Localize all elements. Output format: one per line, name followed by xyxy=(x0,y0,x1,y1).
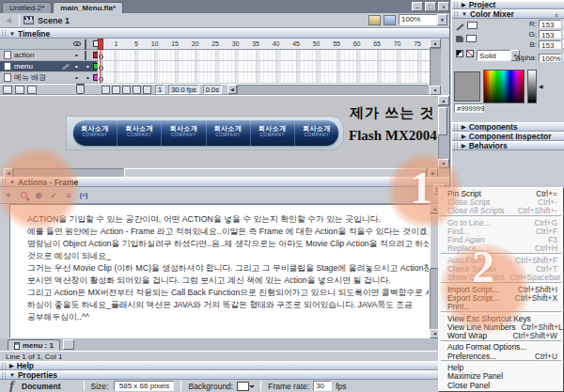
panel-gripper[interactable] xyxy=(454,133,458,140)
timeline-hscroll-track[interactable] xyxy=(237,85,428,94)
b-input[interactable]: 153 xyxy=(539,40,561,49)
script-tab[interactable]: menu : 1 xyxy=(8,339,60,351)
frame-grid[interactable] xyxy=(98,50,430,84)
panel-gripper[interactable] xyxy=(2,363,6,369)
layer-row[interactable]: action• xyxy=(0,50,98,61)
check-syntax-icon[interactable]: ✓ xyxy=(47,189,60,201)
restore-button[interactable]: □ xyxy=(425,2,436,11)
color-picker-gradient[interactable] xyxy=(483,70,525,103)
panel-gripper[interactable] xyxy=(454,2,458,8)
edit-symbols-icon[interactable] xyxy=(384,15,396,25)
help-panel-header[interactable]: ▶ Help xyxy=(0,361,449,370)
scroll-track[interactable] xyxy=(430,48,441,86)
layer-name[interactable]: menu xyxy=(14,62,97,71)
auto-format-icon[interactable]: ≡ xyxy=(62,189,75,201)
panel-gripper[interactable] xyxy=(454,124,458,131)
fill-bucket-icon[interactable] xyxy=(456,36,463,42)
stage-horizontal-scrollbar[interactable]: ◀ ▶ xyxy=(4,168,438,177)
chevron-down-icon[interactable]: ▼ xyxy=(437,14,447,25)
edit-multiple-frames-button[interactable] xyxy=(133,86,141,94)
eye-icon[interactable] xyxy=(73,41,81,46)
scroll-track[interactable] xyxy=(438,105,449,159)
nav-menu-button[interactable]: 회사소개COMPANY xyxy=(251,120,295,146)
layer-lock-dot[interactable]: • xyxy=(86,62,89,71)
fill-color-swatch[interactable] xyxy=(466,35,477,42)
menu-item[interactable]: Close Panel xyxy=(439,381,563,389)
onion-outline-button[interactable] xyxy=(122,86,131,94)
zoom-control[interactable]: 100% ▼ xyxy=(399,14,447,25)
layer-name[interactable]: 메뉴 배경 xyxy=(14,72,97,83)
scroll-left-icon[interactable]: ◀ xyxy=(4,168,13,177)
insert-layer-button[interactable] xyxy=(3,86,12,94)
nav-menu-button[interactable]: 회사소개COMPANY xyxy=(73,120,118,146)
panel-options-menu-icon[interactable]: ≡ xyxy=(552,11,561,19)
pin-script-button[interactable] xyxy=(63,339,74,350)
show-code-hint-icon[interactable]: (≡) xyxy=(77,189,90,201)
menu-item[interactable]: Auto Format Options... xyxy=(439,343,563,352)
scroll-up-icon[interactable]: ▲ xyxy=(438,96,449,105)
insert-target-path-icon[interactable]: ⊕ xyxy=(32,189,45,201)
layer-lock-dot[interactable]: • xyxy=(86,73,89,82)
project-panel-header[interactable]: ▶ Project xyxy=(452,0,564,9)
center-frame-button[interactable] xyxy=(102,86,110,94)
size-button[interactable]: 585 x 66 pixels xyxy=(114,381,174,391)
frame-row[interactable] xyxy=(98,61,430,72)
nav-menu-button[interactable]: 회사소개COMPANY xyxy=(118,120,162,146)
frame-rate-input[interactable]: 30 xyxy=(313,381,332,391)
slider-arrow-icon[interactable]: ◀ xyxy=(539,83,543,89)
layer-visibility-dot[interactable]: • xyxy=(75,73,78,82)
playhead-marker[interactable] xyxy=(98,39,103,50)
menu-item[interactable]: Preferences...Ctrl+U xyxy=(439,352,563,360)
find-icon[interactable] xyxy=(17,189,30,201)
panel-gripper[interactable] xyxy=(2,30,6,37)
insert-folder-button[interactable] xyxy=(27,86,37,94)
stage-vertical-scrollbar[interactable]: ▲ ▼ xyxy=(438,96,449,168)
scroll-thumb[interactable] xyxy=(124,168,427,177)
menu-item[interactable]: Word WrapCtrl+Shift+W xyxy=(439,331,563,339)
edit-scene-icon[interactable] xyxy=(368,15,381,25)
zoom-value[interactable]: 100% xyxy=(399,14,437,25)
background-color-swatch[interactable] xyxy=(237,382,249,391)
properties-panel-header[interactable]: ▼ Properties xyxy=(0,370,449,380)
menu-item[interactable]: View Esc Shortcut Keys xyxy=(439,314,563,322)
add-statement-icon[interactable]: + xyxy=(2,189,15,201)
onion-skin-button[interactable] xyxy=(112,86,120,94)
close-button[interactable]: × xyxy=(438,2,449,11)
menu-item[interactable]: Print... xyxy=(439,303,563,311)
panel-gripper[interactable] xyxy=(454,143,458,149)
menu-item[interactable]: Pin ScriptCtrl+= xyxy=(439,189,563,197)
stage-menu-bar[interactable]: 회사소개COMPANY회사소개COMPANY회사소개COMPANY회사소개COM… xyxy=(73,120,338,146)
panel-gripper[interactable] xyxy=(2,372,6,379)
back-arrow-icon[interactable]: ◀ xyxy=(2,15,15,26)
no-color-icon[interactable] xyxy=(466,50,474,57)
frame-rate-indicator[interactable]: 30.0 fps xyxy=(168,85,199,94)
alpha-input[interactable]: 100% xyxy=(539,54,561,62)
document-tab[interactable]: main_Menu.fla* xyxy=(53,2,123,13)
stroke-pencil-icon[interactable] xyxy=(456,24,463,30)
color-mixer-panel-header[interactable]: ▼ Color Mixer ≡ xyxy=(452,9,564,19)
script-pane[interactable]: ACTION을 기입할 수 있는 공간이며, 어떤 ACTION을 넣을 수 있… xyxy=(9,204,430,338)
minimize-button[interactable]: – xyxy=(412,2,423,11)
delete-layer-button[interactable] xyxy=(76,85,85,94)
layer-visibility-dot[interactable]: • xyxy=(75,51,78,59)
actions-panel-header[interactable]: ▼ Actions - Frame xyxy=(0,177,449,187)
panel-gripper[interactable] xyxy=(454,11,458,18)
lock-icon[interactable] xyxy=(85,40,86,50)
scroll-down-icon[interactable]: ▼ xyxy=(438,159,449,168)
menu-item[interactable]: Export Script...Ctrl+Shift+X xyxy=(439,293,563,302)
menu-item[interactable]: Import Script...Ctrl+Shift+I xyxy=(439,285,563,293)
menu-item[interactable]: Help xyxy=(439,363,563,371)
nav-menu-button[interactable]: 회사소개COMPANY xyxy=(207,120,251,146)
modify-onion-markers-button[interactable] xyxy=(143,86,151,94)
layer-lock-icon[interactable] xyxy=(85,52,86,60)
layer-row[interactable]: menu•• xyxy=(0,61,98,72)
stroke-color-swatch[interactable] xyxy=(467,22,478,29)
sidebar-panel-header[interactable]: ▶Components xyxy=(452,122,564,132)
timeline-panel-header[interactable]: ▼ Timeline xyxy=(0,28,449,39)
nav-menu-button[interactable]: 회사소개COMPANY xyxy=(162,120,206,146)
scroll-down-icon[interactable]: ▼ xyxy=(430,86,441,95)
panel-gripper[interactable] xyxy=(2,179,6,185)
document-tab[interactable]: Untitled-2* xyxy=(2,2,52,13)
sidebar-panel-header[interactable]: ▶Component Inspector xyxy=(452,132,564,141)
layer-row[interactable]: 메뉴 배경•• xyxy=(0,72,98,84)
